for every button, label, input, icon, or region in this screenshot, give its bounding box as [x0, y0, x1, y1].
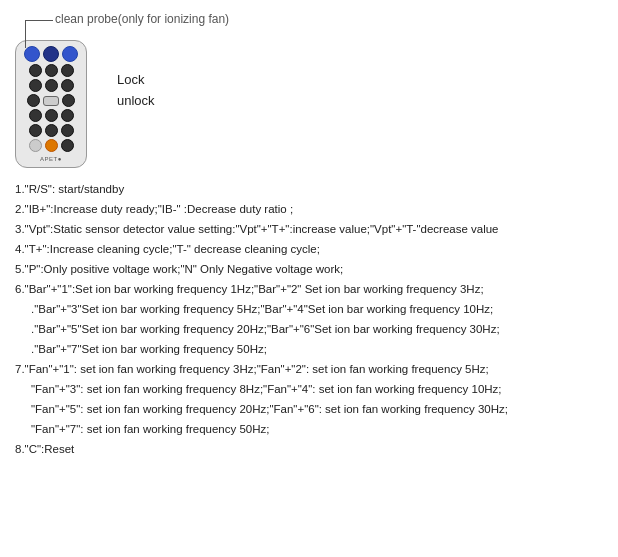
btn-dark-12[interactable]	[29, 124, 42, 137]
remote-row-1	[24, 46, 78, 62]
instr-line7d: "Fan"+"7": set ion fan working frequency…	[31, 420, 603, 439]
instr-line6d: ."Bar"+"7"Set ion bar working frequency …	[31, 340, 603, 359]
btn-dark-7[interactable]	[27, 94, 40, 107]
instructions-area: 1."R/S": start/standby 2."IB+":Increase …	[15, 180, 603, 459]
btn-blue-1[interactable]	[24, 46, 40, 62]
instr-line6b: ."Bar"+"3"Set ion bar working frequency …	[31, 300, 603, 319]
instr-line6c: ."Bar"+"5"Set ion bar working frequency …	[31, 320, 603, 339]
btn-blue-2[interactable]	[43, 46, 59, 62]
remote-row-7	[29, 139, 74, 152]
clean-probe-label: clean probe(only for ionizing fan)	[55, 12, 229, 26]
page-container: clean probe(only for ionizing fan)	[0, 0, 618, 557]
btn-dark-11[interactable]	[61, 109, 74, 122]
instr-line4: 4."T+":Increase cleaning cycle;"T-" decr…	[15, 240, 603, 259]
remote-row-5	[29, 109, 74, 122]
remote-row-3	[29, 79, 74, 92]
instr-line8: 8."C":Reset	[15, 440, 603, 459]
btn-dark-4[interactable]	[29, 79, 42, 92]
instr-line7a: 7."Fan"+"1": set ion fan working frequen…	[15, 360, 603, 379]
instr-line7b: "Fan"+"3": set ion fan working frequency…	[31, 380, 603, 399]
btn-dark-2[interactable]	[45, 64, 58, 77]
instr-line2: 2."IB+":Increase duty ready;"IB-" :Decre…	[15, 200, 603, 219]
btn-dark-8[interactable]	[62, 94, 75, 107]
btn-dark-5[interactable]	[45, 79, 58, 92]
instr-line6a: 6."Bar"+"1":Set ion bar working frequenc…	[15, 280, 603, 299]
btn-orange-1[interactable]	[45, 139, 58, 152]
btn-dark-1[interactable]	[29, 64, 42, 77]
btn-rect-1[interactable]	[43, 96, 59, 106]
remote-control: APET●	[15, 40, 87, 168]
btn-gray-1[interactable]	[29, 139, 42, 152]
remote-row-4	[27, 94, 75, 107]
btn-dark-14[interactable]	[61, 124, 74, 137]
instr-line7c: "Fan"+"5": set ion fan working frequency…	[31, 400, 603, 419]
btn-dark-15[interactable]	[61, 139, 74, 152]
btn-dark-9[interactable]	[29, 109, 42, 122]
remote-wrapper: clean probe(only for ionizing fan)	[15, 40, 87, 168]
diagram-area: clean probe(only for ionizing fan)	[15, 10, 603, 168]
btn-blue-3[interactable]	[62, 46, 78, 62]
lock-unlock-label: Lockunlock	[117, 70, 155, 112]
instr-line3: 3."Vpt":Static sensor detector value set…	[15, 220, 603, 239]
btn-dark-10[interactable]	[45, 109, 58, 122]
btn-dark-13[interactable]	[45, 124, 58, 137]
remote-row-6	[29, 124, 74, 137]
btn-dark-6[interactable]	[61, 79, 74, 92]
remote-brand: APET●	[40, 156, 62, 162]
btn-dark-3[interactable]	[61, 64, 74, 77]
instr-line5: 5."P":Only positive voltage work;"N" Onl…	[15, 260, 603, 279]
remote-row-2	[29, 64, 74, 77]
instr-line1: 1."R/S": start/standby	[15, 180, 603, 199]
